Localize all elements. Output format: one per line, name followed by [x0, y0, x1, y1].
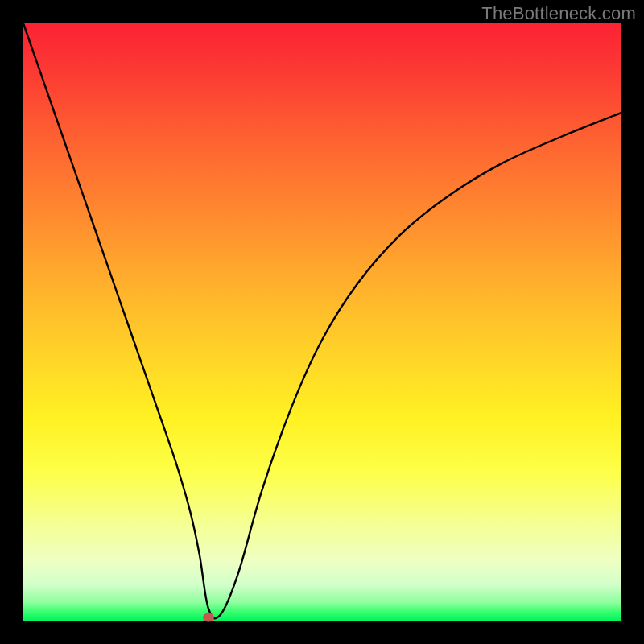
- watermark-text: TheBottleneck.com: [481, 3, 636, 24]
- chart-frame: TheBottleneck.com: [0, 0, 644, 644]
- optimum-marker: [203, 613, 214, 622]
- bottleneck-curve: [23, 23, 621, 621]
- plot-area: [23, 23, 621, 621]
